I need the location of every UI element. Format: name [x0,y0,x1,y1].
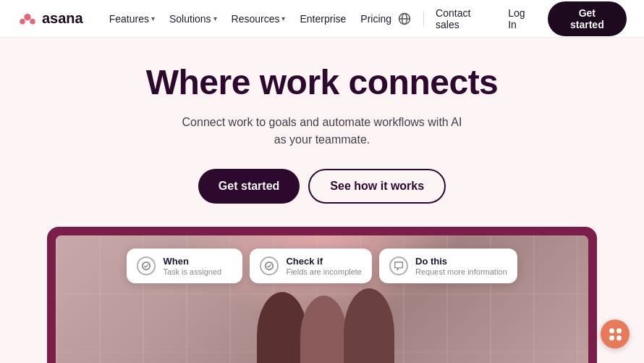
people-illustration [213,278,431,363]
nav-resources[interactable]: Resources ▾ [226,10,292,28]
svg-point-0 [24,14,30,20]
nav-right: Contact sales Log In Get started [397,1,627,36]
help-icon [609,328,622,341]
login-link[interactable]: Log In [508,7,536,30]
nav-features[interactable]: Features ▾ [103,10,161,28]
help-button[interactable] [601,320,630,349]
workflow-card-check: Check if Fields are incomplete [250,249,372,283]
chevron-down-icon: ▾ [151,14,155,22]
globe-icon[interactable] [397,12,412,26]
card-when-text: When Task is assigned [163,256,221,276]
person-2 [300,296,347,363]
hero-get-started-button[interactable]: Get started [198,169,300,204]
get-started-nav-button[interactable]: Get started [548,1,627,36]
workflow-card-dothis: Do this Request more information [379,249,517,283]
nav-enterprise[interactable]: Enterprise [294,10,352,28]
nav-left: asana Features ▾ Solutions ▾ Resources ▾… [17,10,397,28]
card-dothis-text: Do this Request more information [415,256,507,276]
hero-section: Where work connects Connect work to goal… [0,38,644,363]
workflow-cards: When Task is assigned Check if Fields [119,249,525,283]
hero-title: Where work connects [146,64,499,102]
nav-pricing[interactable]: Pricing [355,10,397,28]
person-3 [344,288,394,363]
svg-point-2 [30,19,35,24]
nav-divider [423,11,424,27]
chevron-down-icon: ▾ [213,14,217,22]
logo[interactable]: asana [17,10,83,27]
hero-subtitle: Connect work to goals and automate workf… [182,114,462,149]
chevron-down-icon: ▾ [281,14,285,22]
navigation: asana Features ▾ Solutions ▾ Resources ▾… [0,0,644,38]
screen-inner: When Task is assigned Check if Fields [56,235,588,363]
asana-logo-icon [17,12,38,26]
nav-solutions[interactable]: Solutions ▾ [164,10,223,28]
hero-buttons: Get started See how it works [198,169,446,204]
workflow-card-when: When Task is assigned [127,249,242,283]
logo-text: asana [42,10,83,27]
chat-bubble-icon [389,256,408,275]
check-circle-icon [137,256,156,275]
hero-see-how-button[interactable]: See how it works [308,169,446,204]
card-check-text: Check if Fields are incomplete [286,256,362,276]
contact-sales-link[interactable]: Contact sales [436,7,496,30]
nav-links: Features ▾ Solutions ▾ Resources ▾ Enter… [103,10,397,28]
screen-preview: When Task is assigned Check if Fields [47,227,597,363]
check-circle-icon-2 [260,256,279,275]
svg-point-1 [20,19,25,24]
